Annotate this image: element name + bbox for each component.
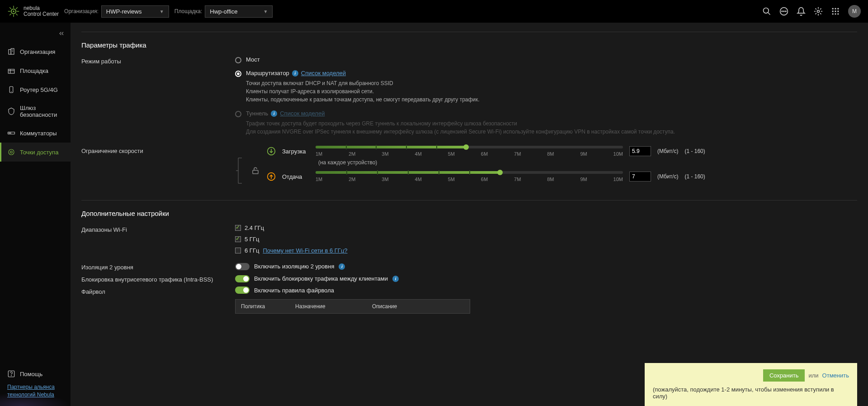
svg-point-18 (835, 8, 836, 10)
sidebar-item-label: Коммутаторы (20, 130, 57, 137)
checkbox-2-4ghz[interactable] (235, 225, 241, 231)
svg-rect-26 (9, 50, 11, 55)
toggle-firewall[interactable] (235, 287, 250, 294)
download-slider[interactable] (316, 146, 623, 148)
svg-rect-42 (253, 170, 258, 174)
upload-input[interactable] (629, 172, 651, 182)
svg-point-10 (764, 8, 769, 14)
sidebar-item-organization[interactable]: Организация (0, 42, 71, 61)
unlock-icon[interactable] (251, 167, 259, 175)
toggle-intrabss[interactable] (235, 275, 250, 282)
svg-point-39 (9, 149, 14, 155)
svg-point-21 (835, 10, 836, 12)
fw-col-dest: Назначение (290, 300, 367, 313)
or-text: или (808, 372, 818, 379)
upload-icon (267, 172, 276, 181)
sidebar-item-router[interactable]: Роутер 5G/4G (0, 80, 71, 99)
sidebar-item-label: Площадка (20, 67, 48, 74)
svg-point-36 (9, 133, 10, 134)
brand-logo[interactable]: nebula Control Center (7, 5, 59, 18)
apps-grid-icon[interactable] (831, 7, 840, 16)
bell-icon[interactable] (797, 7, 806, 16)
access-point-icon (7, 148, 15, 156)
save-button[interactable]: Сохранить (763, 369, 805, 382)
sidebar-item-label: Организация (20, 48, 55, 55)
svg-line-6 (9, 7, 11, 9)
cancel-link[interactable]: Отменить (822, 372, 849, 379)
info-icon[interactable]: i (392, 276, 399, 282)
svg-point-23 (832, 13, 834, 14)
sidebar-item-site[interactable]: Площадка (0, 61, 71, 80)
firewall-table: Политика Назначение Описание (235, 299, 470, 314)
svg-point-16 (817, 10, 820, 13)
search-icon[interactable] (762, 7, 771, 16)
svg-line-8 (16, 7, 18, 9)
firewall-label: Файрвол (81, 287, 235, 314)
org-select[interactable]: HWP-reviews ▼ (101, 5, 169, 18)
rate-limit-label: Ограничение скорости (81, 146, 235, 191)
checkbox-5ghz[interactable] (235, 236, 241, 242)
svg-point-13 (782, 11, 783, 12)
svg-rect-30 (8, 69, 14, 73)
model-list-link[interactable]: Список моделей (301, 70, 346, 76)
download-label: Загрузка (282, 148, 309, 155)
info-icon[interactable]: i (271, 110, 277, 117)
sidebar-item-security-gateway[interactable]: Шлюз безопасности (0, 99, 71, 124)
l2-isolation-label: Изоляция 2 уровня (81, 262, 235, 271)
info-icon[interactable]: i (292, 70, 298, 76)
svg-point-41 (11, 376, 12, 376)
switch-icon (7, 129, 15, 137)
router-desc-1: Точки доступа включат DHCP и NAT для выб… (246, 79, 857, 87)
chevron-down-icon: ▼ (160, 9, 164, 14)
chat-icon[interactable] (779, 7, 788, 16)
range-label: (1 - 160) (684, 173, 705, 180)
sidebar-item-switches[interactable]: Коммутаторы (0, 124, 71, 143)
advanced-section-title: Дополнительные настройки (81, 210, 857, 217)
gear-icon[interactable] (814, 7, 823, 16)
per-device-note: (на каждое устройство) (318, 159, 857, 166)
toggle-l2-isolation[interactable] (235, 263, 250, 270)
nebula-logo-icon (7, 5, 20, 18)
sidebar-item-label: Точки доступа (20, 149, 58, 156)
chevron-down-icon: ▼ (263, 9, 268, 14)
site-label: Площадка: (175, 8, 203, 14)
svg-point-19 (837, 8, 839, 10)
intrabss-label: Блокировка внутрисетевого трафика (Intra… (81, 274, 235, 283)
download-input[interactable] (629, 146, 651, 156)
fw-col-policy: Политика (236, 300, 290, 313)
checkbox-6ghz[interactable] (235, 248, 241, 253)
save-note: (пожалуйста, подождите 1-2 минуты, чтобы… (653, 386, 849, 400)
why-6ghz-link[interactable]: Почему нет Wi-Fi сети в 6 ГГц? (263, 247, 347, 254)
avatar[interactable]: M (848, 5, 861, 18)
bracket-icon (235, 157, 244, 184)
radio-router[interactable] (235, 71, 241, 77)
help-icon (7, 370, 15, 378)
sidebar-item-access-points[interactable]: Точки доступа (0, 143, 71, 162)
upload-label: Отдача (282, 173, 309, 180)
radio-bridge[interactable] (235, 57, 241, 63)
range-label: (1 - 160) (684, 148, 705, 154)
unit-label: (Мбит/с) (657, 173, 678, 180)
collapse-sidebar-button[interactable] (52, 26, 71, 42)
shield-icon (7, 107, 15, 115)
svg-point-24 (835, 13, 836, 14)
svg-point-37 (10, 133, 11, 134)
upload-slider[interactable] (316, 171, 623, 174)
help-button[interactable]: Помощь (7, 370, 63, 378)
fw-col-desc: Описание (367, 300, 470, 313)
sidebar-item-label: Роутер 5G/4G (20, 86, 58, 93)
site-select[interactable]: Hwp-office ▼ (205, 5, 273, 18)
svg-point-15 (785, 11, 786, 12)
svg-line-9 (9, 14, 11, 15)
band-2-4-label: 2.4 ГГц (245, 224, 264, 231)
traffic-section-title: Параметры трафика (81, 41, 857, 49)
svg-point-1 (13, 10, 14, 12)
model-list-link-disabled[interactable]: Список моделей (280, 110, 325, 117)
svg-point-17 (832, 8, 834, 10)
partner-link[interactable]: Партнеры альянса технологий Nebula (7, 383, 63, 399)
radio-bridge-label: Мост (246, 56, 857, 63)
svg-line-7 (16, 14, 18, 15)
help-label: Помощь (20, 371, 42, 377)
sidebar: Организация Площадка Роутер 5G/4G Шлюз б… (0, 23, 71, 406)
info-icon[interactable]: i (339, 263, 345, 270)
